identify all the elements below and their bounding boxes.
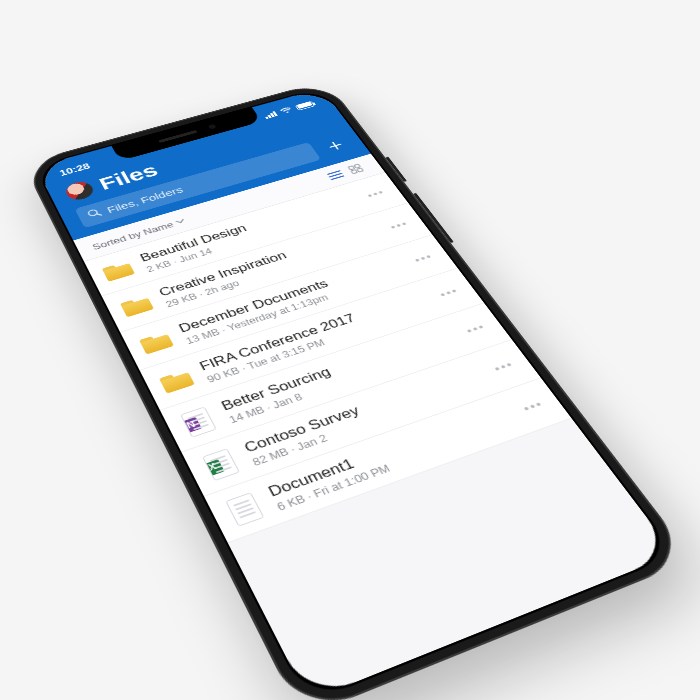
svg-point-0 [87, 209, 98, 216]
add-button[interactable]: ＋ [319, 135, 351, 155]
more-button[interactable]: ••• [520, 396, 550, 415]
phone-camera [208, 124, 217, 130]
wifi-icon [278, 105, 295, 116]
more-button[interactable]: ••• [388, 217, 414, 232]
folder-icon [102, 261, 135, 282]
more-button[interactable]: ••• [412, 250, 439, 266]
avatar[interactable] [63, 179, 96, 202]
svg-rect-4 [351, 170, 357, 174]
signal-icon [263, 111, 278, 119]
battery-icon [295, 101, 315, 111]
search-icon [85, 207, 103, 221]
list-icon [326, 169, 346, 182]
chevron-down-icon [174, 216, 187, 227]
svg-rect-3 [354, 164, 360, 168]
phone-speaker [158, 130, 197, 143]
more-button[interactable]: ••• [437, 284, 465, 300]
more-button[interactable]: ••• [491, 357, 520, 375]
file-icon [225, 492, 264, 527]
more-button[interactable]: ••• [365, 186, 391, 200]
folder-icon [120, 295, 154, 317]
onenote-file-icon [180, 406, 217, 437]
folder-icon [159, 369, 195, 393]
folder-icon [139, 331, 174, 354]
svg-rect-5 [357, 168, 363, 172]
phone-device: 10:28 Files [23, 80, 694, 700]
svg-line-1 [97, 213, 101, 216]
svg-rect-2 [348, 166, 354, 170]
grid-icon [347, 163, 365, 176]
excel-file-icon [202, 448, 240, 481]
more-button[interactable]: ••• [463, 319, 491, 336]
screen: 10:28 Files [36, 88, 675, 700]
